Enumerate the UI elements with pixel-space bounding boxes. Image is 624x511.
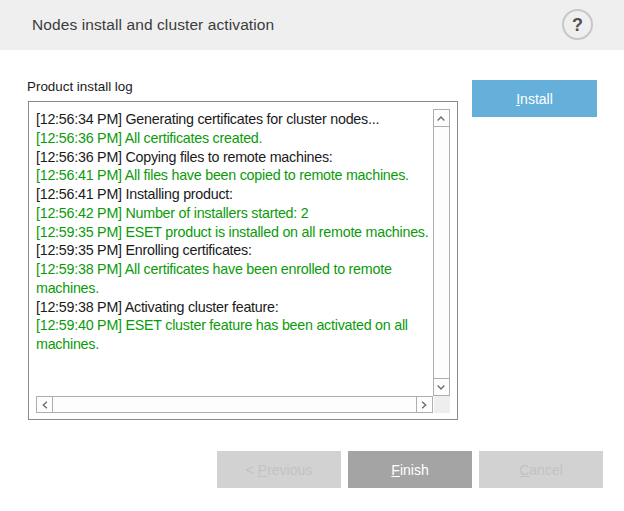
dialog-title: Nodes install and cluster activation bbox=[32, 16, 274, 34]
scroll-right-button[interactable] bbox=[416, 397, 432, 412]
button-label: < Previous bbox=[246, 462, 313, 478]
dialog-header: Nodes install and cluster activation ? bbox=[0, 0, 624, 50]
scroll-up-button[interactable] bbox=[434, 110, 449, 127]
cancel-button[interactable]: Cancel bbox=[479, 451, 603, 488]
install-button[interactable]: Install bbox=[472, 80, 597, 117]
question-mark-icon: ? bbox=[572, 15, 583, 34]
chevron-right-icon bbox=[421, 401, 427, 409]
button-label: Cancel bbox=[519, 462, 563, 478]
log-section-label: Product install log bbox=[27, 79, 133, 94]
product-install-log: [12:56:34 PM] Generating certificates fo… bbox=[28, 101, 458, 420]
log-entry: [12:59:40 PM] ESET cluster feature has b… bbox=[36, 316, 432, 354]
scroll-down-button[interactable] bbox=[434, 378, 449, 395]
button-label: Install bbox=[516, 91, 553, 107]
horizontal-scrollbar[interactable] bbox=[36, 396, 433, 413]
log-entry: [12:56:36 PM] All certificates created. bbox=[36, 129, 432, 148]
vertical-scrollbar[interactable] bbox=[433, 109, 450, 396]
help-button[interactable]: ? bbox=[562, 9, 593, 40]
button-label: Finish bbox=[391, 462, 428, 478]
previous-button[interactable]: < Previous bbox=[217, 451, 341, 488]
log-entry: [12:56:41 PM] Installing product: bbox=[36, 185, 432, 204]
finish-button[interactable]: Finish bbox=[348, 451, 472, 488]
log-entry: [12:59:35 PM] Enrolling certificates: bbox=[36, 241, 432, 260]
scroll-left-button[interactable] bbox=[37, 397, 53, 412]
chevron-up-icon bbox=[437, 116, 445, 121]
log-entry: [12:56:41 PM] All files have been copied… bbox=[36, 166, 432, 185]
chevron-down-icon bbox=[437, 385, 445, 390]
log-entry: [12:56:34 PM] Generating certificates fo… bbox=[36, 110, 432, 129]
log-entries: [12:56:34 PM] Generating certificates fo… bbox=[36, 110, 432, 354]
log-entry: [12:56:42 PM] Number of installers start… bbox=[36, 204, 432, 223]
log-entry: [12:56:36 PM] Copying files to remote ma… bbox=[36, 148, 432, 167]
scrollbar-corner bbox=[434, 396, 450, 413]
log-entry: [12:59:38 PM] All certificates have been… bbox=[36, 260, 432, 298]
chevron-left-icon bbox=[42, 401, 48, 409]
log-entry: [12:59:35 PM] ESET product is installed … bbox=[36, 223, 432, 242]
log-entry: [12:59:38 PM] Activating cluster feature… bbox=[36, 298, 432, 317]
